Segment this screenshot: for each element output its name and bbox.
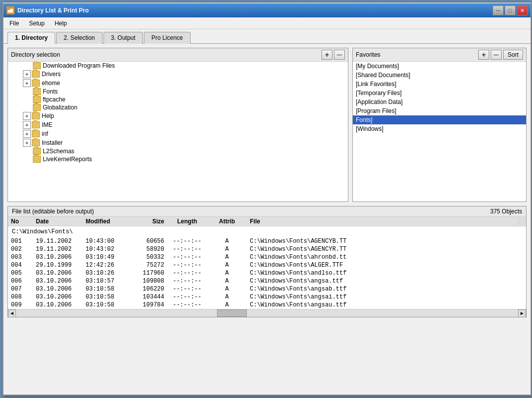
- scroll-track[interactable]: [16, 309, 518, 317]
- fcol-date: 19.11.2002: [33, 238, 83, 245]
- tree-item-label: Downloaded Program Files: [43, 62, 115, 69]
- favorites-item[interactable]: [Application Data]: [353, 98, 526, 106]
- tree-item[interactable]: +Help: [8, 111, 348, 120]
- tree-item[interactable]: +ehome: [8, 79, 348, 88]
- svg-rect-1: [7, 8, 10, 10]
- tree-item[interactable]: Fonts: [8, 88, 348, 96]
- tree-item[interactable]: Globalization: [8, 103, 348, 111]
- menu-file[interactable]: File: [5, 17, 23, 29]
- favorites-item[interactable]: [Program Files]: [353, 106, 526, 115]
- file-row[interactable]: 001 19.11.2002 10:43:00 60656 --:--:-- A…: [8, 237, 526, 245]
- folder-icon: [33, 88, 41, 95]
- fcol-file: C:\Windows\Fonts\andlso.ttf: [247, 270, 526, 277]
- tree-item[interactable]: +IME: [8, 120, 348, 129]
- menu-help[interactable]: Help: [51, 17, 71, 29]
- favorites-label: Favorites: [356, 51, 380, 58]
- favorites-remove-button[interactable]: ─: [491, 50, 502, 60]
- favorites-sort-button[interactable]: Sort: [503, 50, 523, 60]
- tree-item[interactable]: ftpcache: [8, 96, 348, 103]
- file-row[interactable]: 005 03.10.2006 03:10:26 117960 --:--:-- …: [8, 269, 526, 277]
- tree-expand-icon[interactable]: +: [23, 112, 31, 120]
- favorites-item[interactable]: [Windows]: [353, 124, 526, 133]
- fcol-no: 008: [8, 294, 33, 300]
- file-row[interactable]: 002 19.11.2002 10:43:02 58920 --:--:-- A…: [8, 245, 526, 253]
- file-row[interactable]: 009 03.10.2006 03:10:58 109784 --:--:-- …: [8, 301, 526, 309]
- tree-item[interactable]: LiveKernelReports: [8, 155, 348, 163]
- tree-item-label: IME: [42, 121, 52, 128]
- fcol-modified: 12:42:26: [83, 262, 127, 269]
- file-row[interactable]: 008 03.10.2006 03:10:58 103444 --:--:-- …: [8, 293, 526, 301]
- tree-expand-icon[interactable]: +: [23, 130, 31, 138]
- tab-pro-licence[interactable]: Pro Licence: [144, 32, 190, 44]
- file-content[interactable]: C:\Windows\Fonts\ 001 19.11.2002 10:43:0…: [8, 226, 526, 309]
- file-list-header: File list (editable before output) 375 O…: [8, 206, 526, 217]
- fcol-attrib: A: [207, 286, 247, 293]
- scroll-thumb[interactable]: [217, 309, 247, 317]
- tree-item-label: LiveKernelReports: [43, 156, 92, 163]
- col-header-size: Size: [127, 218, 167, 225]
- fcol-attrib: A: [207, 262, 247, 269]
- minimize-button[interactable]: ─: [493, 5, 504, 15]
- fcol-attrib: A: [207, 246, 247, 253]
- bottom-scrollbar[interactable]: ◄ ►: [8, 309, 526, 317]
- directory-add-button[interactable]: +: [321, 50, 332, 60]
- tree-item-label: Fonts: [43, 88, 58, 95]
- folder-icon: [32, 139, 40, 146]
- fcol-no: 003: [8, 254, 33, 261]
- close-button[interactable]: ✕: [517, 5, 528, 15]
- fcol-date: 03.10.2006: [33, 270, 83, 277]
- favorites-list: [My Documents][Shared Documents][Link Fa…: [353, 62, 526, 201]
- fcol-no: 005: [8, 270, 33, 277]
- tree-item-label: Globalization: [43, 104, 77, 111]
- fcol-size: 50332: [127, 254, 167, 261]
- tree-item[interactable]: +Installer: [8, 138, 348, 147]
- col-header-file: File: [247, 218, 518, 225]
- window-title: Directory List & Print Pro: [17, 7, 89, 14]
- fcol-no: 007: [8, 286, 33, 293]
- menu-setup[interactable]: Setup: [25, 17, 48, 29]
- fcol-file: C:\Windows\Fonts\angsa.ttf: [247, 278, 526, 285]
- file-count: 375 Objects: [490, 208, 522, 215]
- favorites-item[interactable]: [Shared Documents]: [353, 71, 526, 80]
- title-bar: Directory List & Print Pro ─ □ ✕: [3, 3, 531, 17]
- tree-item[interactable]: +Drivers: [8, 70, 348, 79]
- scroll-right-arrow[interactable]: ►: [518, 309, 526, 317]
- directory-remove-button[interactable]: ─: [334, 50, 345, 60]
- favorites-item[interactable]: Fonts]: [353, 115, 526, 124]
- fcol-size: 109808: [127, 278, 167, 285]
- fcol-modified: 10:43:02: [83, 246, 127, 253]
- fcol-attrib: A: [207, 270, 247, 277]
- tree-container: Downloaded Program Files+Drivers+ehomeFo…: [8, 62, 348, 201]
- fcol-date: 03.10.2006: [33, 254, 83, 261]
- tab-directory[interactable]: 1. Directory: [7, 32, 55, 44]
- tree-scroll[interactable]: Downloaded Program Files+Drivers+ehomeFo…: [8, 62, 348, 201]
- file-list-section: File list (editable before output) 375 O…: [7, 206, 527, 317]
- fcol-size: 75272: [127, 262, 167, 269]
- tree-expand-icon[interactable]: +: [23, 139, 31, 147]
- tab-selection[interactable]: 2. Selection: [56, 32, 103, 44]
- favorites-item[interactable]: [Link Favorites]: [353, 80, 526, 89]
- favorites-item[interactable]: [My Documents]: [353, 62, 526, 71]
- file-row[interactable]: 003 03.10.2006 03:10:49 50332 --:--:-- A…: [8, 253, 526, 261]
- favorites-add-button[interactable]: +: [478, 50, 489, 60]
- tree-item[interactable]: Downloaded Program Files: [8, 62, 348, 70]
- tree-expand-icon[interactable]: +: [23, 79, 31, 87]
- file-row[interactable]: 004 29.10.1999 12:42:26 75272 --:--:-- A…: [8, 261, 526, 269]
- tree-item-label: inf: [42, 130, 48, 137]
- fcol-modified: 10:43:00: [83, 238, 127, 245]
- scroll-left-arrow[interactable]: ◄: [8, 309, 16, 317]
- maximize-button[interactable]: □: [505, 5, 516, 15]
- file-row[interactable]: 006 03.10.2006 03:10:57 109808 --:--:-- …: [8, 277, 526, 285]
- tree-item[interactable]: +inf: [8, 129, 348, 138]
- fcol-size: 117960: [127, 270, 167, 277]
- favorites-header: Favorites + ─ Sort: [353, 48, 526, 62]
- tree-item[interactable]: L2Schemas: [8, 147, 348, 155]
- tree-expand-icon[interactable]: +: [23, 70, 31, 78]
- tree-expand-icon[interactable]: +: [23, 121, 31, 129]
- favorites-item[interactable]: [Temporary Files]: [353, 89, 526, 98]
- file-table-header: No Date Modified Size Length Attrib File: [8, 217, 526, 226]
- folder-icon: [32, 130, 40, 137]
- tab-output[interactable]: 3. Output: [104, 32, 143, 44]
- file-row[interactable]: 007 03.10.2006 03:10:58 106220 --:--:-- …: [8, 285, 526, 293]
- file-list-label: File list (editable before output): [12, 208, 94, 215]
